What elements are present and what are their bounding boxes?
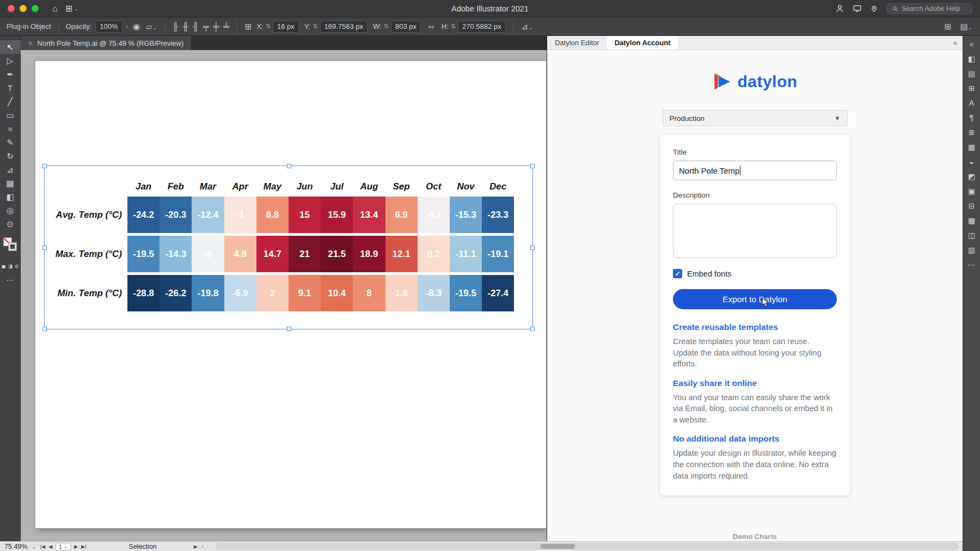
zoom-window-button[interactable] [32, 5, 39, 12]
heatmap-cell[interactable]: -14.3 [160, 236, 192, 272]
scrollbar-thumb[interactable] [540, 544, 575, 549]
feature-link[interactable]: No additional data imports [673, 434, 837, 444]
zoom-dropdown-icon[interactable]: ⌄ [32, 544, 36, 549]
heatmap-cell[interactable]: -15.3 [450, 197, 482, 233]
export-button[interactable]: Export to Datylon [673, 289, 837, 309]
stepper-icon[interactable]: ⇅ [266, 23, 271, 30]
heatmap-cell[interactable]: 15 [289, 197, 321, 233]
pencil-tool-icon[interactable]: ✎ [0, 136, 21, 149]
heatmap-cell[interactable]: -19.5 [127, 236, 160, 272]
stepper-icon[interactable]: ⇅ [313, 23, 317, 30]
canvas[interactable]: JanFebMarAprMayJunJulAugSepOctNovDecAvg.… [21, 50, 547, 541]
opacity-input[interactable]: 100% [95, 21, 122, 33]
close-document-icon[interactable]: × [28, 39, 33, 47]
align-right-icon[interactable]: ╢ [193, 22, 199, 31]
heatmap-cell[interactable]: -27.4 [482, 275, 514, 311]
scroll-left-icon[interactable]: ‹ [202, 544, 204, 549]
heatmap-cell[interactable]: 18.9 [353, 236, 385, 272]
heatmap-cell[interactable]: -26.2 [160, 275, 192, 311]
heatmap-cell[interactable]: -8.3 [418, 275, 450, 311]
heatmap-cell[interactable]: 13.4 [353, 197, 385, 233]
align-bottom-icon[interactable]: ╧ [223, 22, 229, 31]
selection-handle[interactable] [42, 327, 47, 331]
next-artboard-icon[interactable]: ▶ [74, 544, 78, 549]
color-mode-icon[interactable]: ◼ [2, 264, 5, 269]
align-center-icon[interactable]: ╫ [183, 22, 189, 31]
heatmap-cell[interactable]: 0.2 [418, 236, 450, 272]
arrange-documents-icon[interactable]: ⊞ [944, 22, 953, 32]
heatmap-cell[interactable]: -1 [224, 197, 256, 233]
heatmap-cell[interactable]: 15.9 [321, 197, 353, 233]
gradient-tool-icon[interactable]: ◧ [0, 190, 21, 204]
heatmap-cell[interactable]: -19.1 [482, 236, 514, 272]
checkbox-checked-icon[interactable]: ✓ [673, 269, 682, 278]
heatmap-cell[interactable]: -4.1 [418, 197, 450, 233]
demo-charts-link[interactable]: Demo Charts [547, 532, 963, 541]
align-left-icon[interactable]: ╟ [173, 22, 179, 31]
collapse-panels-icon[interactable]: « [970, 39, 974, 49]
artboards-panel-icon[interactable]: ▩ [968, 216, 975, 225]
home-icon[interactable]: ⌂ [52, 4, 58, 14]
heatmap-cell[interactable]: 2 [256, 275, 289, 311]
heatmap-cell[interactable]: 21 [289, 236, 321, 272]
none-mode-icon[interactable]: ⊘ [15, 264, 19, 269]
feature-link[interactable]: Create reusable templates [673, 322, 837, 332]
first-artboard-icon[interactable]: |◀ [40, 544, 45, 549]
selection-handle[interactable] [530, 327, 535, 331]
heatmap-cell[interactable]: -5 [192, 236, 224, 272]
document-tab[interactable]: × North Pole Temp.ai @ 75.49 % (RGB/Prev… [21, 36, 191, 50]
heatmap-cell[interactable]: 21.5 [321, 236, 353, 272]
heatmap-cell[interactable]: 10.4 [321, 275, 353, 311]
embed-fonts-row[interactable]: ✓ Embed fonts [673, 269, 837, 278]
artboard-number-input[interactable]: 1⌄ [56, 543, 71, 550]
display-icon[interactable] [853, 4, 862, 13]
heatmap-cell[interactable]: -23.3 [482, 197, 514, 233]
artboard[interactable]: JanFebMarAprMayJunJulAugSepOctNovDecAvg.… [35, 61, 546, 528]
location-pin-icon[interactable] [870, 4, 878, 13]
tab-datylon-account[interactable]: Datylon Account [607, 36, 678, 50]
heatmap-cell[interactable]: -11.1 [450, 236, 482, 272]
recolor-artwork-icon[interactable]: ◉ [132, 22, 141, 32]
gradient-mode-icon[interactable]: ◨ [8, 264, 13, 269]
type-tool-icon[interactable]: T [0, 81, 21, 95]
heatmap-table[interactable]: JanFebMarAprMayJunJulAugSepOctNovDecAvg.… [46, 180, 514, 311]
heatmap-cell[interactable]: 4.9 [224, 236, 256, 272]
field-input[interactable]: 270.5882 px [458, 21, 506, 33]
field-input[interactable]: 16 px [273, 21, 299, 33]
previous-artboard-icon[interactable]: ◀ [48, 544, 52, 549]
selection-handle[interactable] [287, 164, 291, 168]
heatmap-cell[interactable]: 6.9 [385, 197, 418, 233]
description-textarea[interactable] [673, 204, 837, 258]
gradient-panel-icon[interactable]: ▦ [968, 142, 975, 152]
selection-tool-icon[interactable]: ↖ [0, 40, 21, 54]
paintbrush-tool-icon[interactable]: ≈ [0, 122, 21, 136]
transform-icon[interactable]: ⊿⌄ [520, 22, 534, 32]
graphic-styles-panel-icon[interactable]: ▣ [968, 186, 975, 196]
line-segment-tool-icon[interactable]: ╱ [0, 95, 21, 108]
account-icon[interactable] [835, 4, 844, 13]
selection-handle[interactable] [530, 164, 535, 168]
edit-toolbar-icon[interactable]: ⋯ [7, 276, 14, 284]
paragraph-panel-icon[interactable]: ¶ [970, 113, 974, 123]
heatmap-cell[interactable]: 8 [353, 275, 385, 311]
help-search-input[interactable]: Search Adobe Help [886, 3, 972, 14]
field-input[interactable]: 169.7563 px [320, 21, 368, 33]
fill-stroke-indicator[interactable] [0, 235, 21, 258]
shape-presets-icon[interactable]: ▱⌄ [145, 22, 158, 32]
more-panels-icon[interactable]: ⋯ [968, 260, 976, 270]
align-top-icon[interactable]: ╤ [203, 22, 209, 31]
character-panel-icon[interactable]: A [969, 98, 974, 108]
heatmap-cell[interactable]: -20.3 [160, 197, 192, 233]
heatmap-cell[interactable]: 12.1 [385, 236, 418, 272]
stepper-icon[interactable]: ⇅ [384, 23, 389, 30]
zoom-tool-icon[interactable]: ⊙ [0, 217, 21, 231]
field-input[interactable]: 803 px [391, 21, 421, 33]
heatmap-cell[interactable]: -28.8 [127, 275, 160, 311]
title-input[interactable]: North Pole Temp [673, 161, 837, 180]
horizontal-scrollbar[interactable] [216, 543, 958, 549]
transparency-panel-icon[interactable]: ◒ [969, 157, 973, 167]
libraries-panel-icon[interactable]: ⊞ [969, 83, 975, 93]
feature-link[interactable]: Easily share it online [673, 378, 837, 388]
workspace-switcher-icon[interactable]: ▤⌄ [959, 22, 973, 32]
opacity-presets-icon[interactable]: › [126, 23, 128, 29]
